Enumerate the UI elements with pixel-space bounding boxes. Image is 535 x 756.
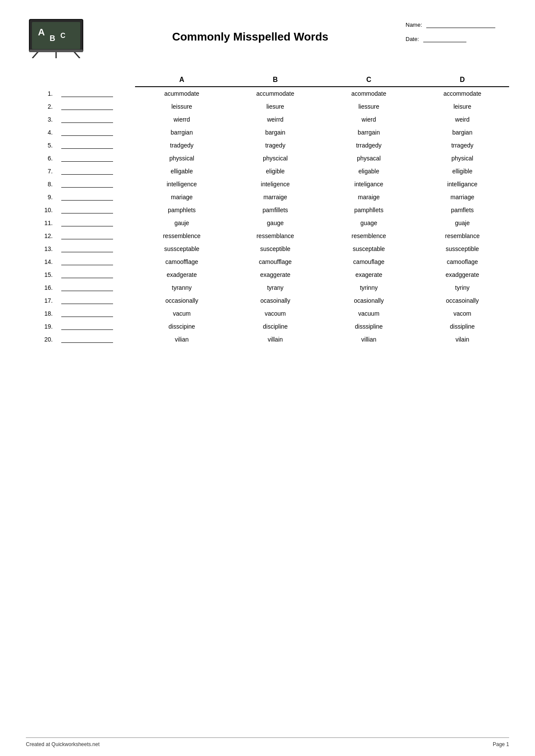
answer-cell[interactable] (57, 165, 135, 178)
row-number: 16. (26, 281, 57, 294)
col-c-cell: disssipline (322, 320, 415, 333)
col-d-cell: exadggerate (415, 268, 509, 281)
answer-blank[interactable] (61, 194, 113, 201)
answer-blank[interactable] (61, 323, 113, 330)
col-c-cell: exagerate (322, 268, 415, 281)
answer-blank[interactable] (61, 181, 113, 188)
answer-cell[interactable] (57, 178, 135, 191)
col-b-cell: villain (229, 333, 322, 346)
answer-blank[interactable] (61, 155, 113, 162)
answer-cell[interactable] (57, 87, 135, 100)
answer-blank[interactable] (61, 220, 113, 226)
table-row: 10.pamphletspamfilletspamphlletspamflets (26, 204, 509, 216)
answer-cell[interactable] (57, 216, 135, 229)
date-underline[interactable] (423, 42, 466, 42)
col-b-cell: ressemblance (229, 229, 322, 242)
row-number: 15. (26, 268, 57, 281)
col-d-cell: guaje (415, 216, 509, 229)
answer-blank[interactable] (61, 258, 113, 265)
col-c-cell: physacal (322, 152, 415, 165)
col-d-cell: vacom (415, 307, 509, 320)
answer-cell[interactable] (57, 113, 135, 126)
table-row: 1.acummodateaccummodateacommodateaccommo… (26, 87, 509, 100)
row-number: 6. (26, 152, 57, 165)
answer-cell[interactable] (57, 281, 135, 294)
answer-blank[interactable] (61, 310, 113, 317)
answer-cell[interactable] (57, 294, 135, 307)
row-number: 3. (26, 113, 57, 126)
table-row: 14.camoofflagecamoufflagecamouflagecamoo… (26, 255, 509, 268)
row-number: 1. (26, 87, 57, 100)
col-d-cell: physical (415, 152, 509, 165)
col-d-cell: occasoinally (415, 294, 509, 307)
svg-text:B: B (50, 34, 55, 43)
table-row: 16.tyrannytyranytyrinnytyriny (26, 281, 509, 294)
col-b-cell: pamfillets (229, 204, 322, 216)
answer-cell[interactable] (57, 126, 135, 139)
name-date-area: Name: Date: (406, 17, 509, 50)
table-row: 7.elligableeligibleeligableelligible (26, 165, 509, 178)
answer-blank[interactable] (61, 207, 113, 213)
answer-cell[interactable] (57, 191, 135, 204)
name-underline[interactable] (426, 28, 495, 28)
col-b-cell: camoufflage (229, 255, 322, 268)
col-c-cell: tyrinny (322, 281, 415, 294)
answer-blank[interactable] (61, 103, 113, 110)
col-c-cell: vacuum (322, 307, 415, 320)
col-b-cell: discipline (229, 320, 322, 333)
col-d-cell: sussceptible (415, 242, 509, 255)
worksheet-page: A B C Commonly Misspelled Words Name: Da… (0, 0, 535, 756)
answer-cell[interactable] (57, 307, 135, 320)
col-c-cell: barrgain (322, 126, 415, 139)
name-line: Name: (406, 22, 509, 28)
col-c-cell: pamphllets (322, 204, 415, 216)
answer-blank[interactable] (61, 284, 113, 291)
answer-cell[interactable] (57, 320, 135, 333)
row-number: 4. (26, 126, 57, 139)
col-a-cell: disscipine (135, 320, 229, 333)
col-c-cell: susceptable (322, 242, 415, 255)
answer-blank[interactable] (61, 168, 113, 175)
table-row: 6.physsicalphyscicalphysacalphysical (26, 152, 509, 165)
answer-cell[interactable] (57, 152, 135, 165)
col-d-cell: vilain (415, 333, 509, 346)
row-number: 18. (26, 307, 57, 320)
answer-blank[interactable] (61, 116, 113, 123)
answer-cell[interactable] (57, 139, 135, 152)
answer-blank[interactable] (61, 90, 113, 97)
answer-cell[interactable] (57, 268, 135, 281)
answer-blank[interactable] (61, 271, 113, 278)
table-row: 19.disscipinedisciplinedisssiplinedissip… (26, 320, 509, 333)
col-b-cell: liesure (229, 100, 322, 113)
header: A B C Commonly Misspelled Words Name: Da… (26, 17, 509, 60)
answer-blank[interactable] (61, 336, 113, 343)
table-row: 15.exadgerateexaggerateexagerateexadgger… (26, 268, 509, 281)
answer-blank[interactable] (61, 297, 113, 304)
answer-blank[interactable] (61, 245, 113, 252)
answer-cell[interactable] (57, 255, 135, 268)
col-d-cell: marriage (415, 191, 509, 204)
col-b-cell: eligible (229, 165, 322, 178)
col-a-cell: camoofflage (135, 255, 229, 268)
date-label: Date: (406, 36, 419, 42)
row-number: 12. (26, 229, 57, 242)
row-number: 2. (26, 100, 57, 113)
answer-cell[interactable] (57, 204, 135, 216)
answer-cell[interactable] (57, 100, 135, 113)
row-number: 11. (26, 216, 57, 229)
answer-cell[interactable] (57, 242, 135, 255)
answer-blank[interactable] (61, 232, 113, 239)
answer-blank[interactable] (61, 142, 113, 149)
col-d-cell: bargian (415, 126, 509, 139)
table-header-row: A B C D (26, 72, 509, 87)
row-number: 17. (26, 294, 57, 307)
col-d-cell: intelligance (415, 178, 509, 191)
col-a-cell: vacum (135, 307, 229, 320)
table-row: 5.tradgedytragedytrradgedytrragedy (26, 139, 509, 152)
answer-cell[interactable] (57, 333, 135, 346)
answer-blank[interactable] (61, 129, 113, 136)
answer-cell[interactable] (57, 229, 135, 242)
table-row: 9.mariagemarraigemaraigemarriage (26, 191, 509, 204)
table-row: 20.vilianvillainvillianvilain (26, 333, 509, 346)
col-a-cell: ressemblence (135, 229, 229, 242)
